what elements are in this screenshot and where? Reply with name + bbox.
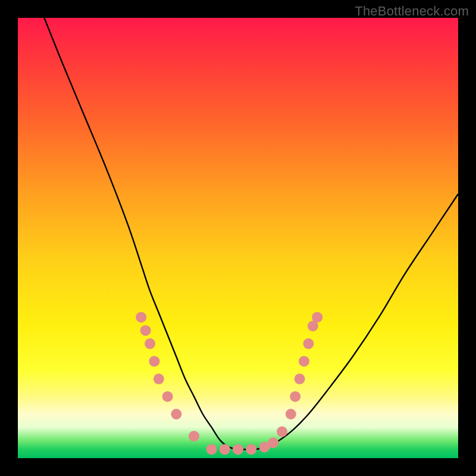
- marker-dot: [162, 391, 173, 402]
- marker-dot: [149, 356, 159, 367]
- marker-dot: [303, 339, 314, 349]
- marker-dot: [286, 409, 296, 419]
- marker-dot: [171, 409, 181, 419]
- highlight-markers: [136, 312, 322, 455]
- marker-dot: [290, 391, 300, 402]
- marker-dot: [246, 444, 256, 455]
- marker-dot: [277, 427, 287, 437]
- watermark-text: TheBottleneck.com: [355, 4, 469, 19]
- marker-dot: [136, 312, 146, 322]
- chart-svg: [18, 18, 458, 458]
- marker-dot: [206, 444, 217, 455]
- marker-dot: [312, 312, 322, 322]
- marker-dot: [189, 431, 199, 441]
- marker-dot: [140, 325, 151, 336]
- plot-area: [18, 18, 458, 458]
- marker-dot: [299, 356, 309, 367]
- marker-dot: [268, 437, 278, 448]
- marker-dot: [220, 444, 230, 455]
- marker-dot: [233, 444, 243, 455]
- chart-stage: TheBottleneck.com: [0, 0, 476, 476]
- bottleneck-curve: [44, 18, 458, 449]
- marker-dot: [145, 339, 155, 349]
- marker-dot: [295, 374, 305, 384]
- marker-dot: [154, 374, 164, 384]
